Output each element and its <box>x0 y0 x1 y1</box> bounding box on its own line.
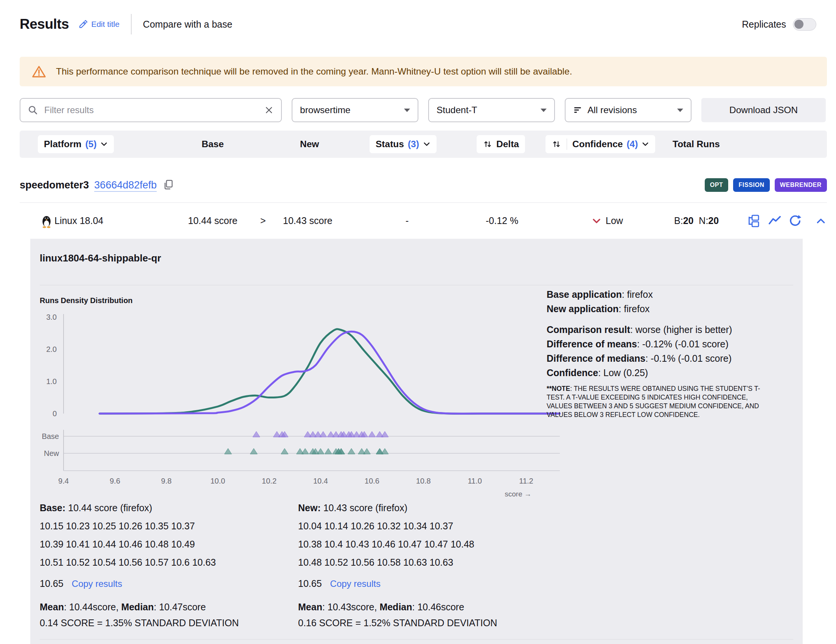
expanded-detail-panel: linux1804-64-shippable-qr Runs Density D… <box>30 239 803 644</box>
replicates-control: Replicates <box>742 18 816 31</box>
toggle-knob <box>794 20 803 29</box>
refresh-icon <box>789 214 802 227</box>
note-text: **NOTE: THE RESULTS WERE OBTAINED USING … <box>547 384 774 419</box>
result-card: Linux 18.04 10.44 score > 10.43 score - … <box>20 203 827 644</box>
stddev-line: 0.16 SCORE = 1.52% STANDARD DEVIATION <box>298 617 544 628</box>
run-values-line: 10.38 10.4 10.43 10.46 10.47 10.47 10.48 <box>298 538 544 550</box>
chevron-down-icon <box>642 141 649 148</box>
results-table-header: Platform (5) Base New Status (3) Delta C… <box>20 131 827 158</box>
confidence-label: Confidence <box>572 139 623 149</box>
badge-opt: OPT <box>705 178 728 192</box>
comparison-info-column: Base application: firefoxNew application… <box>547 287 798 419</box>
retrigger-button[interactable] <box>789 214 802 227</box>
search-input[interactable] <box>44 105 259 116</box>
edit-title-label: Edit title <box>91 20 119 29</box>
delta-label: Delta <box>496 139 519 149</box>
status-filter-chip[interactable]: Status (3) <box>370 135 436 153</box>
svg-text:11.2: 11.2 <box>519 477 533 485</box>
row-new-value: 10.43 score <box>283 203 333 239</box>
warning-icon <box>32 65 46 78</box>
run-values-line: 10.51 10.52 10.54 10.56 10.57 10.6 10.63 <box>40 557 286 568</box>
svg-text:New: New <box>44 449 59 458</box>
job-name: linux1804-64-shippable-qr <box>40 252 161 264</box>
pencil-icon <box>79 20 88 29</box>
run-values-line: 10.65Copy results <box>40 578 286 590</box>
row-platform: Linux 18.04 <box>54 203 103 239</box>
status-label: Status <box>376 139 404 149</box>
info-line: New application: firefox <box>547 302 798 316</box>
subtests-button[interactable] <box>747 214 759 227</box>
run-values-line: 10.39 10.41 10.44 10.46 10.48 10.49 <box>40 538 286 550</box>
header-divider <box>131 14 132 34</box>
svg-text:10.8: 10.8 <box>416 477 431 485</box>
platform-filter-chip[interactable]: Platform (5) <box>38 135 114 153</box>
row-delta: -0.12 % <box>486 203 518 239</box>
clear-search-icon[interactable] <box>265 106 273 114</box>
confidence-count: (4) <box>627 139 638 149</box>
replicates-toggle[interactable] <box>793 18 816 31</box>
copy-results-link[interactable]: Copy results <box>330 579 380 589</box>
copy-results-link[interactable]: Copy results <box>72 579 122 589</box>
revisions-dropdown[interactable]: All revisions <box>565 98 691 122</box>
framework-selected: browsertime <box>300 105 350 115</box>
info-line: Confidence: Low (0.25) <box>547 366 798 380</box>
revisions-selected: All revisions <box>588 105 637 115</box>
row-base-value: 10.44 score <box>188 203 238 239</box>
row-comparison-sign: > <box>260 203 266 239</box>
sort-arrows-icon <box>552 139 562 149</box>
mean-median-line: Mean: 10.44score, Median: 10.47score <box>40 601 286 613</box>
base-stats-column: Base: 10.44 score (firefox)10.15 10.23 1… <box>40 502 286 628</box>
sort-arrows-icon <box>483 139 493 149</box>
run-values-line: 10.04 10.14 10.26 10.32 10.34 10.37 <box>298 520 544 531</box>
regression-chevron-down-icon <box>592 203 601 239</box>
line-chart-icon <box>768 214 781 227</box>
info-line: Difference of medians: -0.1% (-0.01 scor… <box>547 351 798 366</box>
run-values-line: 10.65Copy results <box>298 578 544 590</box>
chevron-down-icon <box>677 109 683 112</box>
chevron-down-icon <box>540 109 547 112</box>
deprecation-warning-banner: This performance comparison technique wi… <box>20 57 827 86</box>
svg-text:9.4: 9.4 <box>58 477 69 485</box>
new-stats-column: New: 10.43 score (firefox)10.04 10.14 10… <box>298 502 544 628</box>
platform-count: (5) <box>85 139 96 149</box>
test-type-dropdown[interactable]: Student-T <box>428 98 555 122</box>
svg-text:0: 0 <box>52 409 57 418</box>
sort-lines-icon <box>573 105 583 115</box>
page-header: Results Edit title Compare with a base R… <box>20 13 816 36</box>
badge-webrender: WEBRENDER <box>775 178 827 192</box>
runs-base-label: B: <box>674 215 683 226</box>
column-total-runs: Total Runs <box>673 131 720 158</box>
info-panel: Base application: firefoxNew application… <box>547 287 798 380</box>
delta-sort-chip[interactable]: Delta <box>477 135 525 153</box>
search-icon <box>28 105 38 115</box>
mean-median-line: Mean: 10.43score, Median: 10.46score <box>298 601 544 613</box>
stddev-line: 0.14 SCORE = 1.35% STANDARD DEVIATION <box>40 617 286 628</box>
svg-text:score →: score → <box>505 490 531 498</box>
download-json-button[interactable]: Download JSON <box>701 98 826 122</box>
svg-text:Base: Base <box>42 432 59 440</box>
info-line: Base application: firefox <box>547 287 798 302</box>
status-count: (3) <box>408 139 419 149</box>
collapse-row-button[interactable] <box>816 216 826 226</box>
row-confidence: Low <box>606 203 623 239</box>
info-line: Comparison result: worse (higher is bett… <box>547 322 798 337</box>
chevron-down-icon <box>100 141 108 148</box>
svg-text:3.0: 3.0 <box>46 313 57 321</box>
row-status: - <box>405 203 408 239</box>
run-values-line: 10.15 10.23 10.25 10.26 10.35 10.37 <box>40 520 286 531</box>
revision-hash-link[interactable]: 36664d82fefb <box>94 179 157 191</box>
chevron-up-icon <box>816 216 826 226</box>
comparison-mode-label: Compare with a base <box>143 19 232 30</box>
info-line: Difference of means: -0.12% (-0.01 score… <box>547 337 798 351</box>
column-base: Base <box>202 131 224 158</box>
runs-new-label: N: <box>699 215 708 226</box>
confidence-sort-chip[interactable]: Confidence (4) <box>545 135 655 153</box>
framework-dropdown[interactable]: browsertime <box>292 98 418 122</box>
warning-text: This performance comparison technique wi… <box>56 66 572 77</box>
badge-list: OPTFISSIONWEBRENDER <box>705 178 827 192</box>
divider <box>40 285 793 285</box>
graph-button[interactable] <box>768 214 781 227</box>
edit-title-button[interactable]: Edit title <box>79 20 119 29</box>
copy-hash-button[interactable] <box>162 178 175 192</box>
svg-text:2.0: 2.0 <box>46 345 57 353</box>
